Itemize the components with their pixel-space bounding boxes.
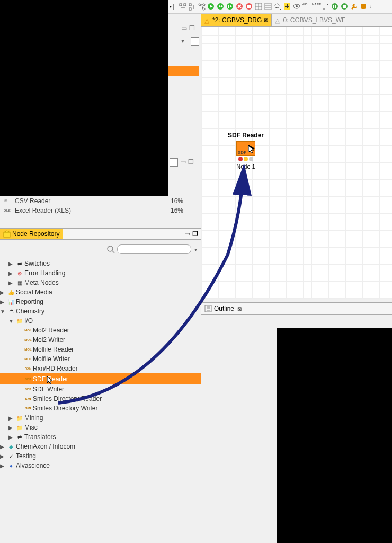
tree-arrow-icon[interactable]: ▶ bbox=[8, 415, 15, 421]
workflow-canvas[interactable]: SDF Reader SDF Node 1 bbox=[201, 27, 392, 299]
list-item[interactable]: ⊞ CSV Reader 16% bbox=[0, 196, 201, 206]
svg-rect-36 bbox=[333, 5, 334, 8]
tree-item-molfile-writer[interactable]: MOLMolfile Writer bbox=[0, 354, 201, 364]
tree-item-label: Mining bbox=[24, 414, 43, 422]
cancel-icon[interactable] bbox=[236, 3, 244, 11]
stop-icon[interactable] bbox=[341, 3, 349, 11]
tree-item-meta-nodes[interactable]: ▶▦Meta Nodes bbox=[0, 278, 201, 287]
tree-item-mol2-writer[interactable]: MOLMol2 Writer bbox=[0, 335, 201, 345]
tree-node-icon: 📁 bbox=[15, 414, 24, 422]
tree-arrow-icon[interactable]: ▶ bbox=[8, 261, 15, 267]
panel-controls: ▭ ❐ bbox=[181, 24, 195, 32]
grid-icon[interactable] bbox=[255, 3, 263, 11]
align-vertical-icon[interactable] bbox=[188, 3, 197, 11]
tree-node-icon: 📊 bbox=[6, 298, 16, 305]
pause-icon[interactable] bbox=[331, 3, 340, 11]
tree-item-misc[interactable]: ▶📁Misc bbox=[0, 423, 201, 432]
add-yellow-icon[interactable] bbox=[283, 3, 292, 11]
tree-node-icon: SDF bbox=[23, 386, 33, 393]
minimize-icon[interactable]: ▭ bbox=[181, 24, 187, 32]
tree-item-testing[interactable]: ▶✓Testing bbox=[0, 451, 201, 461]
list-item[interactable]: XLS Excel Reader (XLS) 16% bbox=[0, 206, 201, 215]
minimize-icon[interactable]: ▭ bbox=[184, 230, 190, 238]
tree-arrow-icon[interactable]: ▶ bbox=[0, 463, 6, 469]
panel-controls: ▭ ❐ bbox=[170, 158, 194, 167]
tree-item-chemistry[interactable]: ▼⚗Chemistry bbox=[0, 306, 201, 316]
play-green-icon[interactable] bbox=[207, 3, 216, 11]
dropdown-icon[interactable]: ▾ bbox=[194, 247, 197, 252]
tree-node-icon: ▦ bbox=[15, 279, 24, 286]
tree-item-label: Testing bbox=[16, 452, 36, 460]
tree-arrow-icon[interactable]: ▶ bbox=[0, 299, 6, 305]
close-icon[interactable]: ⊠ bbox=[237, 306, 242, 312]
zoom-icon[interactable] bbox=[274, 3, 282, 11]
node-sdf-reader[interactable]: SDF Reader SDF Node 1 bbox=[228, 132, 264, 170]
restore-icon[interactable]: ❐ bbox=[189, 24, 195, 32]
svg-marker-42 bbox=[248, 146, 254, 153]
node-body[interactable]: SDF bbox=[236, 141, 255, 156]
edit-icon[interactable] bbox=[322, 3, 330, 11]
tree-item-error-handling[interactable]: ▶⊗Error Handling bbox=[0, 268, 201, 278]
tree-arrow-icon[interactable]: ▶ bbox=[8, 425, 15, 431]
tab-label: *2: CGBVS_DRG bbox=[212, 16, 262, 24]
tree-arrow-icon[interactable]: ▼ bbox=[0, 309, 6, 314]
wrench-icon[interactable] bbox=[350, 3, 359, 11]
tree-item-smiles-directory-writer[interactable]: SMISmiles Directory Writer bbox=[0, 404, 201, 413]
tree-item-i-o[interactable]: ▼📁I/O bbox=[0, 316, 201, 326]
tree-node-icon: 📁 bbox=[15, 317, 24, 325]
tree-item-chemaxon-infocom[interactable]: ▶◆ChemAxon / Infocom bbox=[0, 442, 201, 451]
hare-icon[interactable]: HARE bbox=[312, 3, 320, 11]
dropdown-icon[interactable]: ▾ bbox=[181, 37, 184, 46]
tab-cgbvs-drg[interactable]: △ *2: CGBVS_DRG ⊠ bbox=[201, 14, 272, 26]
tree-item-molfile-reader[interactable]: MOLMolfile Reader bbox=[0, 345, 201, 354]
search-icon[interactable] bbox=[106, 245, 115, 253]
close-icon[interactable]: ⊠ bbox=[264, 17, 268, 23]
play-all-icon[interactable] bbox=[217, 3, 225, 11]
tree-arrow-icon[interactable]: ▼ bbox=[8, 318, 15, 324]
xls-icon: XLS bbox=[4, 209, 13, 212]
tree-arrow-icon[interactable]: ▶ bbox=[0, 444, 6, 450]
tree-arrow-icon[interactable]: ▶ bbox=[0, 290, 6, 295]
tree-item-switches[interactable]: ▶⇄Switches bbox=[0, 259, 201, 268]
tree-arrow-icon[interactable]: ▶ bbox=[8, 280, 15, 286]
id-icon[interactable]: #ID bbox=[302, 3, 311, 11]
minimize-icon[interactable]: ▭ bbox=[180, 158, 186, 167]
tree-item-label: Error Handling bbox=[24, 269, 65, 277]
doc-icon[interactable] bbox=[191, 37, 199, 46]
tree-item-mol2-reader[interactable]: MOLMol2 Reader bbox=[0, 326, 201, 335]
recent-label: CSV Reader bbox=[15, 197, 171, 205]
tree-arrow-icon[interactable]: ▶ bbox=[0, 453, 6, 459]
selected-item-bar[interactable] bbox=[168, 66, 199, 76]
outline-panel-header: Outline ⊠ bbox=[201, 302, 392, 315]
tree-node-icon: ⇄ bbox=[15, 260, 24, 267]
grid2-icon[interactable] bbox=[264, 3, 273, 11]
cancel-all-icon[interactable] bbox=[245, 3, 254, 11]
tree-item-reporting[interactable]: ▶📊Reporting bbox=[0, 297, 201, 306]
align-horizontal-icon[interactable] bbox=[179, 3, 187, 11]
tree-node-icon: ⇄ bbox=[15, 433, 24, 441]
tree-item-smiles-directory-reader[interactable]: SMISmiles Directory Reader bbox=[0, 394, 201, 404]
tree-item-alvascience[interactable]: ▶●Alvascience bbox=[0, 461, 201, 470]
search-input[interactable] bbox=[117, 244, 191, 254]
tree-arrow-icon[interactable]: ▶ bbox=[8, 270, 15, 276]
eye-icon[interactable] bbox=[293, 3, 301, 11]
svg-rect-25 bbox=[265, 3, 271, 10]
tree-item-translators[interactable]: ▶⇄Translators bbox=[0, 432, 201, 442]
restore-icon[interactable]: ❐ bbox=[188, 158, 194, 167]
tree-item-mining[interactable]: ▶📁Mining bbox=[0, 413, 201, 423]
step-icon[interactable] bbox=[226, 3, 235, 11]
tab-cgbvs-lbvs-wf[interactable]: △ 0: CGBVS_LBVS_WF bbox=[272, 14, 349, 26]
more-icon[interactable]: › bbox=[370, 4, 371, 10]
tree-item-sdf-writer[interactable]: SDFSDF Writer bbox=[0, 384, 201, 394]
tree-item-sdf-reader[interactable]: SDFSDF Reader bbox=[0, 373, 201, 384]
tree-item-social-media[interactable]: ▶👍Social Media bbox=[0, 287, 201, 297]
db-icon[interactable] bbox=[360, 3, 368, 11]
branch-icon[interactable] bbox=[198, 3, 206, 11]
doc-icon[interactable] bbox=[170, 158, 178, 167]
tab-label: 0: CGBVS_LBVS_WF bbox=[283, 16, 345, 24]
tree-item-rxn-rd-reader[interactable]: RXNRxn/RD Reader bbox=[0, 364, 201, 373]
svg-line-49 bbox=[112, 251, 114, 253]
tree-arrow-icon[interactable]: ▶ bbox=[8, 434, 15, 440]
restore-icon[interactable]: ❐ bbox=[192, 230, 198, 238]
tree-node-icon: 📁 bbox=[15, 424, 24, 431]
